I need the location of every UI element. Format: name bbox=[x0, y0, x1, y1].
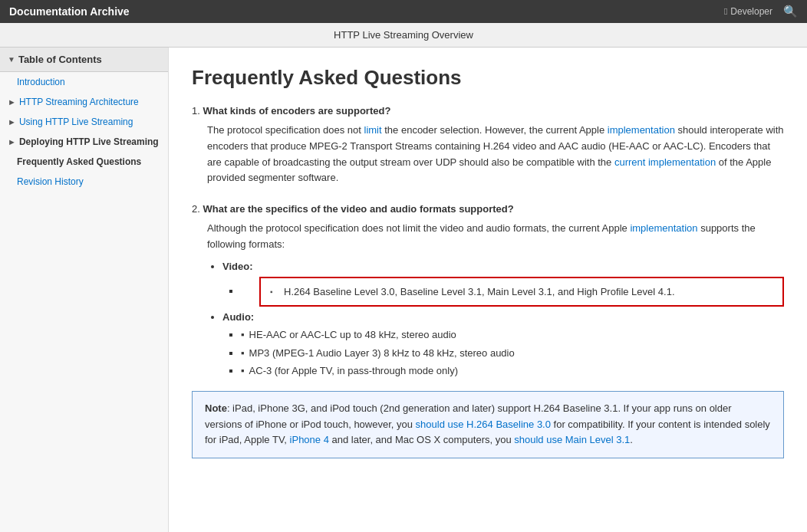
implementation-link-2[interactable]: implementation bbox=[630, 222, 697, 234]
sidebar-item-label: Deploying HTTP Live Streaming bbox=[19, 136, 159, 147]
faq-question-2: 2. What are the specifics of the video a… bbox=[192, 203, 784, 215]
faq-item-1: 1. What kinds of encoders are supported?… bbox=[192, 105, 784, 186]
toc-label: Table of Contents bbox=[18, 54, 102, 65]
video-item: Video: ▪ H.264 Baseline Level 3.0, Basel… bbox=[222, 261, 784, 307]
audio-item: Audio: ▪HE-AAC or AAC-LC up to 48 kHz, s… bbox=[222, 311, 784, 379]
faq-answer-2-intro: Although the protocol specification does… bbox=[192, 221, 784, 253]
sq-bullet-icon: ▪ bbox=[241, 329, 245, 340]
audio-label: Audio: bbox=[222, 311, 254, 323]
h264-text: H.264 Baseline Level 3.0, Baseline Level… bbox=[284, 284, 675, 300]
video-sub-list: ▪ H.264 Baseline Level 3.0, Baseline Lev… bbox=[222, 277, 784, 307]
question-number: 1. bbox=[192, 105, 203, 117]
app-title: Documentation Archive bbox=[9, 5, 130, 18]
top-bar-right:  Developer 🔍 bbox=[724, 5, 798, 18]
top-bar: Documentation Archive  Developer 🔍 bbox=[0, 0, 807, 23]
arrow-icon: ► bbox=[8, 137, 16, 146]
faq-answer-1: The protocol specification does not limi… bbox=[192, 123, 784, 186]
audio-sub-item-1: ▪HE-AAC or AAC-LC up to 48 kHz, stereo a… bbox=[241, 327, 784, 343]
sidebar-item-label: HTTP Streaming Architecture bbox=[19, 97, 139, 107]
highlighted-h264: ▪ H.264 Baseline Level 3.0, Baseline Lev… bbox=[259, 277, 784, 307]
formats-list: Video: ▪ H.264 Baseline Level 3.0, Basel… bbox=[192, 261, 784, 379]
video-sub-item-highlighted: ▪ H.264 Baseline Level 3.0, Baseline Lev… bbox=[241, 277, 784, 307]
sidebar-item-deploying-http-live-streaming[interactable]: ►Deploying HTTP Live Streaming bbox=[0, 132, 168, 152]
note-text: : iPad, iPhone 3G, and iPod touch (2nd g… bbox=[205, 402, 770, 446]
sq-bullet-icon: ▪ bbox=[270, 286, 278, 297]
audio-sub-item-3: ▪AC-3 (for Apple TV, in pass-through mod… bbox=[241, 363, 784, 379]
sidebar: ▼ Table of Contents Introduction ►HTTP S… bbox=[0, 48, 169, 532]
implementation-link-1[interactable]: implementation bbox=[608, 124, 675, 136]
faq-question-1: 1. What kinds of encoders are supported? bbox=[192, 105, 784, 117]
should-use-main-link[interactable]: should use Main Level 3.1 bbox=[514, 434, 630, 445]
question-text: What kinds of encoders are supported? bbox=[203, 105, 390, 117]
sidebar-item-label: Frequently Asked Questions bbox=[17, 156, 141, 167]
audio-sub-list: ▪HE-AAC or AAC-LC up to 48 kHz, stereo a… bbox=[222, 327, 784, 379]
search-button[interactable]: 🔍 bbox=[783, 5, 798, 18]
sidebar-item-revision-history[interactable]: Revision History bbox=[0, 172, 168, 192]
apple-icon:  bbox=[724, 6, 727, 17]
limit-link[interactable]: limit bbox=[364, 124, 382, 136]
main-content: Frequently Asked Questions 1. What kinds… bbox=[169, 48, 807, 532]
note-label: Note bbox=[205, 402, 227, 414]
toc-triangle-icon: ▼ bbox=[8, 55, 15, 64]
toc-header[interactable]: ▼ Table of Contents bbox=[0, 48, 168, 72]
audio-sub-item-2: ▪MP3 (MPEG-1 Audio Layer 3) 8 kHz to 48 … bbox=[241, 346, 784, 361]
question-number-2: 2. bbox=[192, 203, 203, 215]
developer-link[interactable]:  Developer bbox=[724, 6, 772, 17]
faq-item-2: 2. What are the specifics of the video a… bbox=[192, 203, 784, 458]
current-implementation-link[interactable]: current implementation bbox=[614, 156, 716, 168]
sub-header: HTTP Live Streaming Overview bbox=[0, 23, 807, 48]
page-title: Frequently Asked Questions bbox=[192, 66, 784, 90]
sidebar-item-introduction[interactable]: Introduction bbox=[0, 72, 168, 92]
note-box: Note: iPad, iPhone 3G, and iPod touch (2… bbox=[192, 391, 784, 458]
sidebar-item-label: Using HTTP Live Streaming bbox=[19, 117, 133, 127]
question-text-2: What are the specifics of the video and … bbox=[203, 203, 513, 215]
arrow-icon: ► bbox=[8, 97, 16, 107]
iphone4-link[interactable]: iPhone 4 bbox=[290, 434, 329, 445]
sq-bullet-icon: ▪ bbox=[241, 347, 245, 359]
layout: ▼ Table of Contents Introduction ►HTTP S… bbox=[0, 48, 807, 532]
sidebar-item-label: Introduction bbox=[17, 77, 65, 87]
should-use-link[interactable]: should use H.264 Baseline 3.0 bbox=[416, 419, 551, 430]
sidebar-item-http-streaming-architecture[interactable]: ►HTTP Streaming Architecture bbox=[0, 92, 168, 112]
sidebar-item-label: Revision History bbox=[17, 176, 84, 187]
sq-bullet-icon: ▪ bbox=[241, 365, 245, 376]
sub-header-title: HTTP Live Streaming Overview bbox=[334, 29, 473, 41]
arrow-icon: ► bbox=[8, 117, 16, 126]
sidebar-item-frequently-asked-questions[interactable]: Frequently Asked Questions bbox=[0, 152, 168, 172]
video-label: Video: bbox=[222, 261, 253, 272]
sidebar-item-using-http-live-streaming[interactable]: ►Using HTTP Live Streaming bbox=[0, 112, 168, 132]
